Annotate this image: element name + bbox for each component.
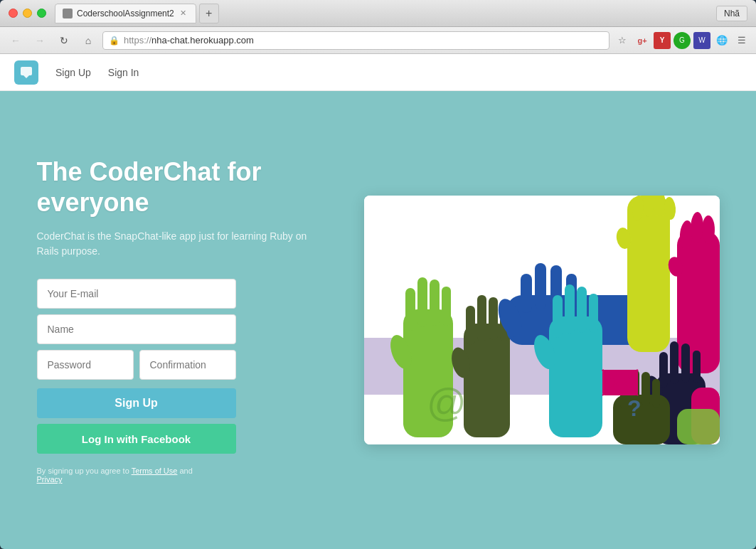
email-input[interactable] (37, 279, 236, 309)
url-domain: nha-chat.herokuapp.com (151, 35, 254, 46)
svg-text:?: ? (627, 395, 641, 421)
svg-rect-0 (21, 67, 32, 75)
browser-tab[interactable]: CoderschoolAssignment2 ✕ (55, 4, 196, 23)
password-row (37, 350, 307, 380)
title-bar: CoderschoolAssignment2 ✕ + Nhã (0, 0, 756, 27)
left-side: The CoderChat for everyone CoderChat is … (37, 156, 307, 484)
svg-rect-50 (641, 372, 650, 406)
hero-subtitle: CoderChat is the SnapChat-like app just … (37, 229, 307, 259)
nav-bar: ← → ↻ ⌂ 🔒 https://nha-chat.herokuapp.com… (0, 27, 756, 54)
address-bar[interactable]: 🔒 https://nha-chat.herokuapp.com (102, 31, 609, 50)
svg-rect-25 (565, 284, 575, 334)
svg-rect-12 (466, 306, 475, 345)
svg-rect-42 (670, 341, 678, 384)
profile-label: Nhã (716, 6, 747, 21)
traffic-lights (9, 9, 46, 18)
ext-icon-1[interactable]: Y (654, 32, 671, 49)
url-text: https://nha-chat.herokuapp.com (124, 35, 254, 46)
terms-and: and (179, 467, 192, 475)
confirmation-input[interactable] (139, 350, 236, 380)
home-button[interactable]: ⌂ (78, 31, 98, 50)
svg-rect-27 (589, 294, 598, 333)
app-nav: Sign Up Sign In (0, 54, 756, 91)
svg-rect-19 (535, 263, 546, 309)
tab-bar: CoderschoolAssignment2 ✕ + (55, 4, 716, 23)
svg-rect-14 (489, 297, 498, 340)
tab-close-icon[interactable]: ✕ (179, 9, 188, 18)
tab-label: CoderschoolAssignment2 (77, 9, 174, 18)
svg-rect-6 (405, 288, 415, 331)
svg-rect-9 (442, 287, 451, 326)
close-button[interactable] (9, 9, 18, 18)
password-input[interactable] (37, 350, 134, 380)
back-button[interactable]: ← (6, 31, 26, 50)
svg-rect-51 (652, 379, 660, 407)
svg-marker-1 (23, 75, 29, 78)
facebook-login-button[interactable]: Log In with Facebook (37, 424, 236, 454)
right-side: @ ? (364, 196, 720, 444)
tab-favicon (63, 9, 73, 18)
svg-rect-41 (659, 352, 668, 388)
nav-signup-link[interactable]: Sign Up (55, 67, 91, 78)
nav-signin-link[interactable]: Sign In (108, 67, 139, 78)
bookmark-icon[interactable]: ☆ (614, 32, 631, 49)
url-protocol: https:// (124, 35, 151, 46)
app-logo (14, 60, 38, 85)
privacy-link[interactable]: Privacy (37, 475, 63, 484)
terms-of-use-link[interactable]: Terms of Use (132, 467, 178, 475)
signup-form: Sign Up Log In with Facebook By signing … (37, 279, 307, 484)
svg-rect-52 (677, 409, 720, 444)
main-content: The CoderChat for everyone CoderChat is … (0, 91, 756, 549)
illustration-card: @ ? (364, 196, 720, 444)
translate-icon[interactable]: 🌐 (713, 32, 730, 49)
terms-prefix: By signing up you agree to (37, 467, 132, 475)
svg-rect-13 (477, 295, 486, 341)
os-window: CoderschoolAssignment2 ✕ + Nhã ← → ↻ ⌂ 🔒… (0, 0, 756, 549)
terms-text: By signing up you agree to Terms of Use … (37, 467, 307, 484)
name-input[interactable] (37, 314, 236, 344)
hero-title: The CoderChat for everyone (37, 156, 307, 218)
illustration-svg: @ ? (364, 196, 720, 444)
svg-rect-8 (430, 279, 440, 326)
svg-rect-43 (681, 343, 690, 383)
svg-rect-24 (553, 295, 563, 338)
svg-rect-18 (521, 274, 532, 313)
signup-button[interactable]: Sign Up (37, 388, 236, 418)
reload-button[interactable]: ↻ (54, 31, 74, 50)
nav-icons: ☆ g+ Y G W 🌐 ☰ (614, 32, 750, 49)
maximize-button[interactable] (37, 9, 46, 18)
svg-point-38 (702, 215, 715, 244)
minimize-button[interactable] (23, 9, 32, 18)
ext-icon-2[interactable]: G (674, 32, 691, 49)
menu-icon[interactable]: ☰ (733, 32, 750, 49)
ext-icon-3[interactable]: W (693, 32, 710, 49)
svg-rect-29 (627, 196, 670, 352)
svg-rect-44 (693, 351, 701, 383)
google-plus-icon[interactable]: g+ (634, 32, 651, 49)
new-tab-button[interactable]: + (199, 4, 219, 23)
forward-button[interactable]: → (30, 31, 50, 50)
lock-icon: 🔒 (109, 36, 119, 46)
svg-rect-7 (417, 277, 427, 327)
svg-rect-26 (577, 287, 587, 333)
svg-text:@: @ (427, 380, 467, 425)
